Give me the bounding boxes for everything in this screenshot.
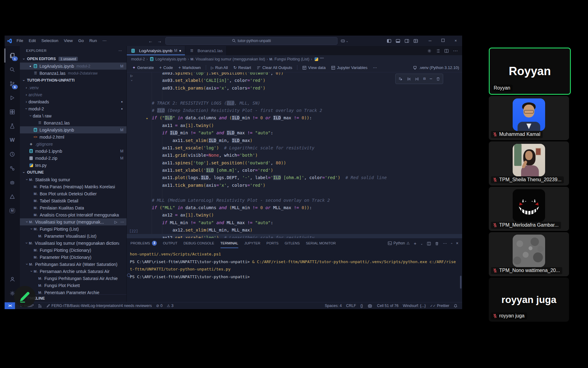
tree-item[interactable]: ☰Bonanza1.las xyxy=(20,119,126,126)
panel-left-icon[interactable] xyxy=(387,38,391,43)
participant-tile[interactable]: Muhammad Kamal xyxy=(489,96,569,140)
open-editor-item[interactable]: ●LogAnalysis.ipynbmodul-2M xyxy=(20,63,126,70)
participant-tile[interactable]: RoyyanRoyyan xyxy=(489,48,571,95)
status-pull-request[interactable] xyxy=(36,302,44,309)
minimize-button[interactable]: ─ xyxy=(424,36,436,46)
tree-item[interactable]: ◆.gitignore xyxy=(20,140,126,148)
plus-icon[interactable]: + xyxy=(414,241,417,246)
menu-more[interactable]: ⋯ xyxy=(100,36,109,46)
activity-search-icon[interactable] xyxy=(5,63,20,77)
participant-tile[interactable]: TPM_Sheila Thenu_20239... xyxy=(489,141,569,186)
outline-item[interactable]: M↓Box Plot untuk Deteksi Outlier xyxy=(20,190,126,197)
activity-windsurf-icon[interactable]: W xyxy=(5,133,20,147)
maximize-button[interactable] xyxy=(436,36,449,46)
breadcrumb-item[interactable]: LogAnalysis.ipynb xyxy=(149,57,186,61)
panel-bottom-icon[interactable] xyxy=(396,38,400,43)
tab-bonanza1-las[interactable]: ☰Bonanza1.las xyxy=(185,46,227,55)
chevron-down-icon[interactable]: ⌄ xyxy=(420,241,423,246)
workspace-header[interactable]: › TUTOR-PYTHON-UNPATTI xyxy=(20,77,126,84)
outline-item[interactable]: ›M↓Visualisasi log sumur (menggunakan di… xyxy=(20,240,126,247)
forward-arrow-icon[interactable]: → xyxy=(156,38,162,44)
breadcrumb-item[interactable]: M↓Visualisasi log sumur (menggunakan lis… xyxy=(190,57,265,61)
run-below-icon[interactable] xyxy=(415,75,419,82)
split-cell-icon[interactable]: ⊟ xyxy=(423,75,426,82)
outline-item[interactable]: ›M↓Perhitungan Saturasi Air (Water Satur… xyxy=(20,261,126,268)
status-indentation[interactable]: Spaces: 4 xyxy=(322,304,344,308)
activity-source-control-icon[interactable]: 6 xyxy=(5,77,20,91)
command-decoration-icon[interactable] xyxy=(127,274,130,277)
status-format[interactable]: {} xyxy=(358,304,365,308)
terminal-scrollbar[interactable] xyxy=(460,276,462,289)
outline-item[interactable]: M↓Parameter Plot (Dictionary) xyxy=(20,254,126,261)
breadcrumb-item[interactable]: """ xyxy=(314,57,324,61)
participant-tile[interactable]: TPM_Nono wattimena_20... xyxy=(489,232,569,276)
activity-accounts-icon[interactable] xyxy=(5,272,20,286)
ai-sparkle-icon[interactable]: ✦ xyxy=(146,115,148,122)
toolbar-jupyter-variables-button[interactable]: Jupyter Variables xyxy=(329,64,370,71)
toolbar-generate-button[interactable]: ✦Generate xyxy=(130,64,156,71)
outline-item[interactable]: M↓Fungsi Plotting (Dictionary) xyxy=(20,247,126,254)
split-icon[interactable] xyxy=(427,241,431,245)
outline-item[interactable]: ›M↓Statistik log sumur xyxy=(20,176,126,183)
status-problems[interactable]: ⊘0 xyxy=(154,302,165,309)
more-icon[interactable]: ⋯ xyxy=(443,241,447,246)
activity-prism-icon[interactable] xyxy=(5,190,20,204)
activity-extensions-icon[interactable] xyxy=(5,105,20,119)
status-copilot[interactable] xyxy=(365,303,375,308)
tree-item[interactable]: modul-2.zipM xyxy=(20,155,126,162)
tree-item[interactable]: <>modul-2.html xyxy=(20,133,126,140)
terminal[interactable]: hon-unpatti/.venv/Scripts/Activate.ps1PS… xyxy=(127,248,462,302)
timeline-header[interactable]: › TIMELINE xyxy=(20,294,126,302)
activity-gitlens-icon[interactable] xyxy=(5,161,20,175)
panel-tab-output[interactable]: OUTPUT xyxy=(163,238,177,248)
toolbar-restart-button[interactable]: ↻Restart xyxy=(231,64,254,71)
tab-loganalysis-ipynb[interactable]: LogAnalysis.ipynbM● xyxy=(127,46,185,55)
toolbar-run-all-button[interactable]: ▷Run All xyxy=(209,64,230,71)
trash-icon[interactable] xyxy=(435,241,439,245)
tree-item[interactable]: ›downloads● xyxy=(20,98,126,105)
tree-item[interactable]: tes.py xyxy=(20,162,126,169)
split-editor-icon[interactable] xyxy=(444,48,449,53)
open-editor-item[interactable]: ☰Bonanza1.lasmodul-2\data\raw xyxy=(20,70,126,77)
panel-tab-problems[interactable]: PROBLEMS3 xyxy=(130,238,157,248)
back-arrow-icon[interactable]: ← xyxy=(148,38,153,44)
outline-item[interactable]: M↓Peta Panas (Heatmap) Matriks Korelasi xyxy=(20,183,126,190)
gear-icon[interactable] xyxy=(427,48,432,53)
activity-testing-icon[interactable] xyxy=(5,119,20,133)
participant-tile[interactable]: TPM_Merlodafra Gambar... xyxy=(489,187,569,231)
activity-explorer-icon[interactable]: 1 xyxy=(5,48,20,63)
maximize-icon[interactable]: › xyxy=(451,241,452,246)
terminal-profile-chip[interactable]: Python⚠ xyxy=(388,241,410,245)
outline-header[interactable]: › OUTLINE xyxy=(20,169,126,176)
open-editors-header[interactable]: › OPEN EDITORS 1 unsaved xyxy=(20,55,126,63)
participant-tile[interactable]: royyan jugaroyyan juga xyxy=(489,278,569,322)
kernel-picker[interactable]: .venv (Python 3.12.10) xyxy=(419,65,459,70)
execute-above-icon[interactable] xyxy=(398,75,403,82)
toolbar-more-button[interactable]: ⋯ xyxy=(371,64,379,71)
close-icon[interactable]: × xyxy=(456,241,458,246)
outline-item[interactable]: M↓Fungsi Plot Pickett xyxy=(20,282,126,289)
tree-item[interactable]: ›data \ raw xyxy=(20,112,126,119)
tree-item[interactable]: ›.venv xyxy=(20,84,126,91)
run-above-icon[interactable] xyxy=(407,75,411,82)
command-center-search[interactable]: tutor-python-unpatti xyxy=(165,37,337,45)
tree-item[interactable]: modul-1.ipynbM xyxy=(20,148,126,155)
outline-item[interactable]: M↓Penilaian Kualitas Data xyxy=(20,204,126,211)
tree-item[interactable]: LogAnalysis.ipynbM xyxy=(20,126,126,133)
outline-item[interactable]: M↓Parameter Visualisasi (List) xyxy=(20,232,126,240)
outline-item[interactable]: ›M↓Visualisasi log sumur (menggunak...▷⋯ xyxy=(20,218,126,225)
panel-tab-gitlens[interactable]: GITLENS xyxy=(285,238,300,248)
status-notifications[interactable] xyxy=(451,304,460,308)
outline-item[interactable]: M↓Fungsi Perhitungan Saturasi Air Archie xyxy=(20,275,126,282)
panel-tab-ports[interactable]: PORTS xyxy=(266,238,278,248)
status-warnings[interactable]: ⚠3 xyxy=(165,302,176,309)
toolbar-markdown-button[interactable]: +Markdown xyxy=(176,64,203,71)
activity-chat-bot-icon[interactable] xyxy=(5,175,20,190)
toolbar-clear-all-outputs-button[interactable]: Clear All Outputs xyxy=(254,64,295,71)
copilot-menu[interactable]: ⌄ xyxy=(341,39,348,43)
toolbar-code-button[interactable]: +Code xyxy=(157,64,175,71)
status-github-issue[interactable]: FERG-ITB/Basic-WellLog-Interpretation#4 … xyxy=(44,302,154,309)
menu-edit[interactable]: Edit xyxy=(26,36,39,46)
status-windsurf-status[interactable]: Windsurf: {...} xyxy=(401,304,428,308)
status-prettier[interactable]: ✓✓Prettier xyxy=(428,304,451,308)
